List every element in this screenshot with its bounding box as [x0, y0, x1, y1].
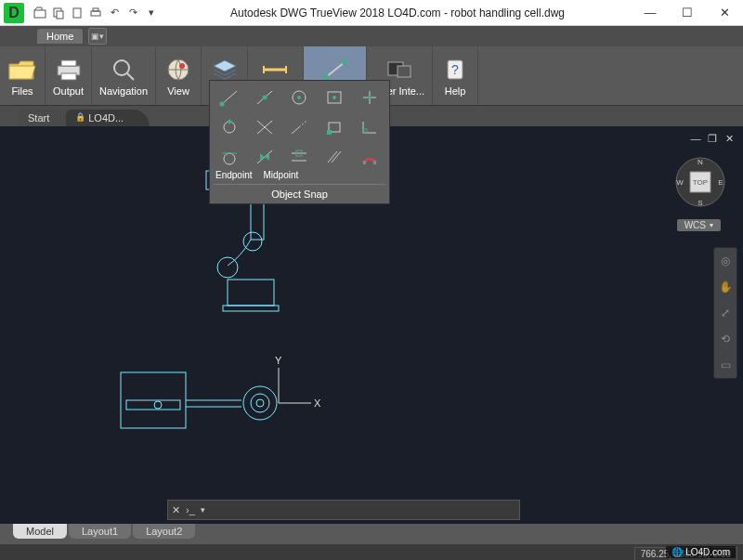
snap-insertion[interactable]	[319, 114, 350, 140]
app-icon[interactable]: D	[4, 3, 24, 23]
folder-icon	[7, 56, 37, 84]
x-axis-label: X	[314, 397, 321, 409]
svg-rect-8	[61, 73, 76, 80]
cmd-close-icon[interactable]: ✕	[172, 504, 180, 516]
chevron-down-icon: ▾	[710, 221, 713, 229]
close-button[interactable]: ✕	[706, 0, 743, 26]
snap-none[interactable]	[354, 144, 385, 170]
help-panel[interactable]: ? Help	[433, 46, 478, 105]
ribbon-tabs: Home ▣▾	[0, 26, 743, 46]
zoom-extents-icon[interactable]: ⤢	[716, 304, 735, 322]
snap-center[interactable]	[284, 85, 316, 111]
watermark: 🌐 LO4D.com	[666, 546, 736, 558]
svg-rect-52	[363, 161, 366, 164]
cmd-prompt-icon: ›_	[186, 504, 195, 515]
show-motion-icon[interactable]: ▭	[716, 356, 735, 374]
svg-point-9	[114, 60, 129, 75]
svg-rect-4	[91, 11, 100, 16]
svg-point-63	[243, 232, 262, 251]
svg-rect-5	[93, 8, 98, 11]
qat-dropdown-icon[interactable]: ▾	[143, 5, 160, 21]
orbit-icon[interactable]: ⟲	[716, 330, 735, 348]
svg-rect-7	[61, 60, 76, 66]
command-line[interactable]: ✕ ›_ ▾	[167, 500, 520, 520]
maximize-button[interactable]: ☐	[669, 0, 706, 26]
files-panel[interactable]: Files	[0, 46, 46, 105]
output-panel[interactable]: Output	[46, 46, 92, 105]
dropdown-title: Object Snap	[214, 184, 385, 200]
svg-rect-69	[126, 400, 180, 410]
copy-icon[interactable]	[50, 5, 67, 21]
svg-line-10	[127, 73, 134, 80]
tab-label: Start	[28, 112, 49, 124]
snap-extension[interactable]	[284, 114, 316, 140]
tab-label: LO4D...	[88, 112, 124, 124]
snap-quadrant[interactable]	[214, 114, 245, 140]
svg-point-29	[297, 96, 301, 99]
snap-intersection[interactable]	[249, 114, 280, 140]
pan-icon[interactable]: ✋	[716, 278, 735, 296]
viewcube[interactable]: TOP N S E W	[674, 156, 726, 208]
snap-node[interactable]	[354, 85, 385, 111]
svg-rect-2	[57, 11, 63, 19]
svg-rect-3	[73, 8, 81, 18]
svg-point-27	[262, 96, 267, 100]
wcs-indicator[interactable]: WCS▾	[677, 219, 721, 231]
layers-icon	[210, 56, 240, 84]
window-title: Autodesk DWG TrueView 2018 LO4D.com - ro…	[163, 7, 632, 20]
minimize-button[interactable]: —	[632, 0, 669, 26]
svg-point-44	[224, 153, 235, 164]
window-controls: — ☐ ✕	[632, 0, 743, 26]
snap-endpoint[interactable]	[214, 85, 245, 111]
viewcube-n: N	[697, 158, 703, 166]
undo-icon[interactable]: ↶	[106, 5, 123, 21]
chevron-down-icon[interactable]: ▾	[201, 505, 205, 514]
paste-icon[interactable]	[69, 5, 85, 21]
snap-midpoint-label: Midpoint	[263, 170, 298, 180]
snap-tangent[interactable]	[214, 144, 245, 170]
snap-nearest[interactable]	[249, 144, 280, 170]
print-icon[interactable]	[87, 5, 104, 21]
viewport-restore-icon[interactable]: ❐	[706, 132, 719, 145]
model-tab[interactable]: Model	[13, 524, 67, 539]
svg-text:?: ?	[451, 62, 459, 77]
snap-labels: Endpoint Midpoint	[214, 170, 385, 180]
home-tab[interactable]: Home	[37, 29, 83, 44]
snap-geometric-center[interactable]	[319, 85, 350, 111]
view-panel[interactable]: View	[156, 46, 202, 105]
svg-rect-21	[398, 66, 411, 77]
panel-label: Output	[53, 85, 84, 97]
navigation-panel[interactable]: Navigation	[92, 46, 156, 105]
steering-wheel-icon[interactable]: ◎	[716, 252, 735, 270]
open-icon[interactable]	[32, 5, 48, 21]
layout2-tab[interactable]: Layout2	[133, 524, 195, 539]
svg-point-64	[217, 257, 238, 278]
redo-icon[interactable]: ↷	[124, 5, 141, 21]
svg-rect-53	[373, 161, 376, 164]
svg-rect-43	[363, 129, 367, 133]
navigation-bar: ◎ ✋ ⤢ ⟲ ▭	[713, 247, 737, 379]
drawing-content: X Y	[56, 163, 427, 524]
snap-perpendicular[interactable]	[354, 114, 385, 140]
object-snap-dropdown: Endpoint Midpoint Object Snap	[209, 80, 390, 204]
snap-endpoint-label: Endpoint	[215, 170, 252, 180]
svg-point-19	[342, 59, 347, 65]
snap-parallel[interactable]	[319, 144, 350, 170]
snap-apparent-intersection[interactable]	[284, 144, 316, 170]
svg-rect-65	[228, 280, 274, 306]
quick-access-toolbar: ↶ ↷ ▾	[28, 5, 163, 21]
layout1-tab[interactable]: Layout1	[69, 524, 131, 539]
viewport-minimize-icon[interactable]: —	[689, 132, 702, 145]
ribbon-expand-icon[interactable]: ▣▾	[88, 28, 107, 45]
question-icon: ?	[440, 56, 470, 84]
command-input[interactable]	[211, 503, 515, 517]
viewcube-w: W	[676, 178, 684, 187]
viewport-close-icon[interactable]: ✕	[723, 132, 736, 145]
panel-label: Navigation	[99, 85, 148, 97]
snap-midpoint[interactable]	[249, 85, 280, 111]
svg-line-24	[222, 91, 237, 104]
snap-icon	[320, 56, 350, 84]
drawing-tab[interactable]: 🔒LO4D...	[66, 110, 150, 126]
y-axis-label: Y	[275, 355, 282, 366]
svg-line-17	[326, 62, 345, 77]
